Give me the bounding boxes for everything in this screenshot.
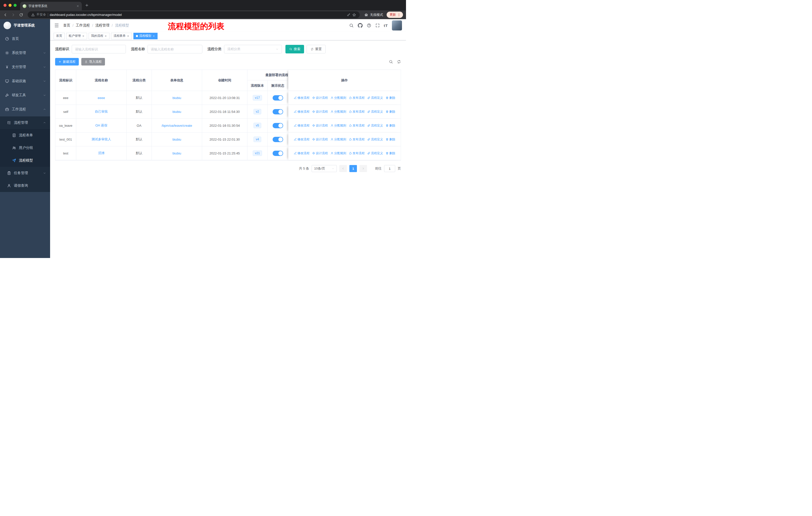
breadcrumb-item-workflow[interactable]: 工作流程 (76, 23, 90, 28)
page-number-1[interactable]: 1 (349, 165, 357, 172)
sidebar-item-process-form[interactable]: 流程表单 (0, 129, 50, 142)
sidebar-item-user-group[interactable]: 用户分组 (0, 142, 50, 154)
action-design-flow[interactable]: 设计流程 (312, 96, 328, 100)
forward-button[interactable] (11, 12, 16, 17)
new-tab-button[interactable] (85, 3, 89, 7)
process-key-input[interactable] (72, 45, 126, 53)
hamburger-icon[interactable] (54, 23, 59, 28)
process-name-link[interactable]: 滔博 (98, 151, 105, 156)
close-icon[interactable] (127, 35, 129, 37)
github-icon[interactable] (358, 23, 363, 28)
breadcrumb-item-home[interactable]: 首页 (63, 23, 70, 28)
bookmark-star-icon[interactable] (352, 13, 356, 17)
address-bar[interactable]: 不安全 dashboard.yudao.iocoder.cn/bpm/manag… (28, 11, 360, 18)
action-design-flow[interactable]: 设计流程 (312, 151, 328, 156)
tag-process-form[interactable]: 流程表单 (111, 33, 132, 39)
sidebar-item-process-management[interactable]: 流程管理 (0, 116, 50, 129)
back-button[interactable] (3, 12, 7, 17)
create-flow-button[interactable]: 新建流程 (55, 58, 79, 65)
next-page-button[interactable] (359, 165, 367, 172)
sidebar-item-infra[interactable]: 基础设施 (0, 74, 50, 88)
action-assign-rule[interactable]: 分配规则 (330, 151, 346, 156)
form-info-link[interactable]: /bpm/oa/leave/create (162, 124, 192, 128)
action-design-flow[interactable]: 设计流程 (312, 124, 328, 128)
close-icon[interactable] (82, 35, 85, 37)
breadcrumb-item-process-management[interactable]: 流程管理 (95, 23, 110, 28)
action-assign-rule[interactable]: 分配规则 (330, 110, 346, 114)
active-status-toggle[interactable] (272, 151, 283, 156)
window-close-button[interactable] (3, 4, 6, 7)
sidebar-item-workflow[interactable]: 工作流程 (0, 102, 50, 116)
action-delete[interactable]: 删除 (386, 110, 396, 114)
tab-close-icon[interactable] (76, 4, 79, 7)
app-logo[interactable]: 芋道管理系统 (0, 19, 50, 32)
active-status-toggle[interactable] (272, 123, 283, 128)
search-button[interactable]: 搜索 (285, 45, 304, 53)
action-assign-rule[interactable]: 分配规则 (330, 137, 346, 142)
action-delete[interactable]: 删除 (386, 137, 396, 142)
toggle-search-icon[interactable] (389, 60, 393, 64)
update-button[interactable]: 更新 (387, 11, 403, 18)
browser-menu-kebab-icon[interactable] (397, 13, 401, 17)
action-flow-definition[interactable]: 流程定义 (367, 96, 383, 100)
action-flow-definition[interactable]: 流程定义 (367, 110, 383, 114)
search-icon[interactable] (349, 23, 354, 28)
window-zoom-button[interactable] (13, 4, 17, 7)
active-status-toggle[interactable] (272, 109, 283, 114)
sidebar-item-leave-query[interactable]: 请假查询 (0, 180, 50, 192)
active-status-toggle[interactable] (272, 137, 283, 142)
refresh-table-icon[interactable] (397, 60, 401, 64)
action-publish-flow[interactable]: 发布流程 (349, 137, 365, 142)
user-avatar[interactable] (392, 20, 402, 30)
action-flow-definition[interactable]: 流程定义 (367, 137, 383, 142)
tag-my-process[interactable]: 我的流程 (89, 33, 110, 39)
close-icon[interactable] (105, 35, 107, 37)
prev-page-button[interactable] (339, 165, 347, 172)
form-info-link[interactable]: biubiu (172, 138, 181, 141)
process-name-input[interactable] (147, 45, 202, 53)
action-publish-flow[interactable]: 发布流程 (349, 96, 365, 100)
action-edit-flow[interactable]: 修改流程 (294, 151, 310, 156)
action-edit-flow[interactable]: 修改流程 (294, 137, 310, 142)
process-name-link[interactable]: 测试多审批人 (92, 137, 111, 142)
help-icon[interactable] (367, 23, 371, 28)
category-select[interactable]: 流程分类 (224, 45, 282, 53)
reset-button[interactable]: 重置 (307, 45, 326, 53)
action-flow-definition[interactable]: 流程定义 (367, 124, 383, 128)
window-minimize-button[interactable] (8, 4, 11, 7)
action-publish-flow[interactable]: 发布流程 (349, 124, 365, 128)
action-design-flow[interactable]: 设计流程 (312, 110, 328, 114)
action-delete[interactable]: 删除 (386, 151, 396, 156)
action-edit-flow[interactable]: 修改流程 (294, 96, 310, 100)
action-delete[interactable]: 删除 (386, 96, 396, 100)
action-flow-definition[interactable]: 流程定义 (367, 151, 383, 156)
browser-tab[interactable]: 芋道管理系统 (20, 2, 82, 10)
page-size-select[interactable]: 10条/页 (312, 165, 337, 172)
form-info-link[interactable]: biubiu (172, 152, 181, 155)
action-assign-rule[interactable]: 分配规则 (330, 124, 346, 128)
sidebar-item-task-management[interactable]: 任务管理 (0, 167, 50, 180)
form-info-link[interactable]: biubiu (172, 110, 181, 114)
tag-tenant-management[interactable]: 租户管理 (66, 33, 87, 39)
sidebar-item-payment[interactable]: 支付管理 (0, 60, 50, 74)
action-edit-flow[interactable]: 修改流程 (294, 124, 310, 128)
process-name-link[interactable]: OA 请假 (95, 123, 108, 128)
process-name-link[interactable]: eeee (98, 96, 105, 100)
process-name-link[interactable]: 自己审批 (95, 109, 108, 114)
fullscreen-icon[interactable] (375, 23, 380, 28)
action-publish-flow[interactable]: 发布流程 (349, 110, 365, 114)
form-info-link[interactable]: biubiu (172, 96, 181, 100)
action-assign-rule[interactable]: 分配规则 (330, 96, 346, 100)
reload-button[interactable] (19, 13, 23, 17)
import-flow-button[interactable]: 导入流程 (81, 58, 105, 65)
action-design-flow[interactable]: 设计流程 (312, 137, 328, 142)
action-publish-flow[interactable]: 发布流程 (349, 151, 365, 156)
tag-process-model[interactable]: 流程模型 (134, 33, 157, 39)
action-edit-flow[interactable]: 修改流程 (294, 110, 310, 114)
goto-page-input[interactable] (384, 165, 395, 172)
active-status-toggle[interactable] (272, 95, 283, 101)
font-size-icon[interactable]: tT (384, 23, 388, 28)
password-key-icon[interactable] (347, 13, 350, 17)
action-delete[interactable]: 删除 (386, 124, 396, 128)
sidebar-item-home[interactable]: 首页 (0, 32, 50, 46)
